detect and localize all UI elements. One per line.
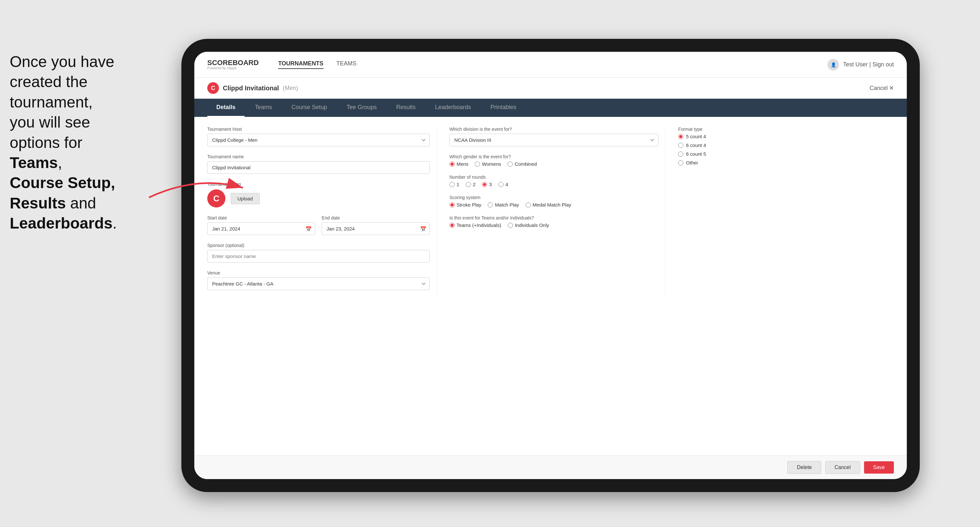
rounds-1[interactable]: 1 <box>450 182 459 187</box>
format-5count4-radio[interactable] <box>678 134 683 139</box>
gender-mens[interactable]: Mens <box>450 161 469 167</box>
main-content: Tournament Host Clippd College - Men Tou… <box>194 117 907 456</box>
tablet-screen: SCOREBOARD Powered by clippd TOURNAMENTS… <box>194 52 907 479</box>
individuals-only-radio[interactable] <box>508 223 513 228</box>
tab-leaderboards[interactable]: Leaderboards <box>426 99 480 117</box>
instructional-text: Once you have created the tournament, yo… <box>0 45 162 240</box>
tournament-host-label: Tournament Host <box>207 127 430 132</box>
format-6count5-label: 6 count 5 <box>686 151 706 157</box>
scoring-medal[interactable]: Medal Match Play <box>526 202 571 208</box>
gender-group: Which gender is the event for? Mens Wome… <box>450 154 659 167</box>
avatar: 👤 <box>827 59 839 71</box>
rounds-label: Number of rounds <box>450 175 659 179</box>
teams-individuals[interactable]: Teams (+Individuals) <box>450 222 501 228</box>
rounds-1-radio[interactable] <box>450 182 455 187</box>
venue-group: Venue Peachtree GC - Atlanta - GA <box>207 270 430 290</box>
gender-mens-radio[interactable] <box>450 162 455 167</box>
team-individual-label: Is this event for Teams and/or Individua… <box>450 215 659 221</box>
top-bar: SCOREBOARD Powered by clippd TOURNAMENTS… <box>194 52 907 78</box>
gender-womens[interactable]: Womens <box>475 161 501 167</box>
rounds-group: Number of rounds 1 2 <box>450 175 659 187</box>
venue-select[interactable]: Peachtree GC - Atlanta - GA <box>207 278 430 290</box>
rounds-4-radio[interactable] <box>498 182 504 187</box>
logo-sub: Powered by clippd <box>207 67 259 70</box>
division-select[interactable]: NCAA Division III <box>450 134 659 146</box>
bold-course-setup: Course Setup, <box>10 174 115 191</box>
cancel-x-icon: ✕ <box>889 84 894 92</box>
save-button[interactable]: Save <box>864 461 894 474</box>
individuals-only[interactable]: Individuals Only <box>508 222 549 228</box>
nav-links: TOURNAMENTS TEAMS <box>278 60 356 69</box>
tab-teams[interactable]: Teams <box>246 99 281 117</box>
tab-course-setup[interactable]: Course Setup <box>282 99 336 117</box>
tab-details[interactable]: Details <box>207 99 245 117</box>
tournament-host-group: Tournament Host Clippd College - Men <box>207 127 430 146</box>
scoring-stroke[interactable]: Stroke Play <box>450 202 482 208</box>
scoring-group: Scoring system Stroke Play Match Play <box>450 195 659 208</box>
bottom-bar: Delete Cancel Save <box>194 456 907 479</box>
rounds-4-label: 4 <box>506 182 508 187</box>
format-other[interactable]: Other <box>678 160 894 165</box>
cancel-label: Cancel <box>870 85 888 92</box>
scoring-match-radio[interactable] <box>488 202 493 208</box>
tab-tee-groups[interactable]: Tee Groups <box>337 99 386 117</box>
rounds-2-label: 2 <box>473 182 476 187</box>
team-individual-group: Is this event for Teams and/or Individua… <box>450 215 659 228</box>
scoring-medal-radio[interactable] <box>526 202 531 208</box>
format-6count4-radio[interactable] <box>678 143 683 148</box>
end-date-input[interactable] <box>321 222 430 235</box>
end-date-calendar-icon: 📅 <box>420 225 426 232</box>
sponsor-input[interactable] <box>207 250 430 262</box>
end-date-group: End date 📅 <box>321 215 430 235</box>
cancel-form-button[interactable]: Cancel <box>825 461 860 474</box>
gender-combined[interactable]: Combined <box>508 161 537 167</box>
rounds-4[interactable]: 4 <box>498 182 508 187</box>
tournament-name-label: Tournament name <box>207 154 430 159</box>
rounds-3[interactable]: 3 <box>482 182 492 187</box>
sponsor-label: Sponsor (optional) <box>207 243 430 248</box>
format-5count4[interactable]: 5 count 4 <box>678 134 894 139</box>
gender-combined-radio[interactable] <box>508 162 513 167</box>
rounds-3-label: 3 <box>489 182 492 187</box>
tablet-frame: SCOREBOARD Powered by clippd TOURNAMENTS… <box>181 39 920 492</box>
tournament-host-select[interactable]: Clippd College - Men <box>207 134 430 146</box>
gender-womens-radio[interactable] <box>475 162 480 167</box>
division-group: Which division is the event for? NCAA Di… <box>450 127 659 146</box>
nav-teams[interactable]: TEAMS <box>336 60 356 69</box>
bold-leaderboards: Leaderboards <box>10 214 112 232</box>
division-label: Which division is the event for? <box>450 127 659 132</box>
format-6count4[interactable]: 6 count 4 <box>678 143 894 148</box>
arrow-pointer <box>139 168 253 207</box>
gender-mens-label: Mens <box>457 161 469 167</box>
team-individual-radio-group: Teams (+Individuals) Individuals Only <box>450 222 659 228</box>
scoring-radio-group: Stroke Play Match Play Medal Match Play <box>450 202 659 208</box>
format-6count5[interactable]: 6 count 5 <box>678 151 894 157</box>
tournament-logo-icon: C <box>207 82 219 94</box>
scoring-stroke-label: Stroke Play <box>457 202 482 208</box>
tab-printables[interactable]: Printables <box>481 99 525 117</box>
end-date-label: End date <box>321 215 430 221</box>
tournament-title: C Clippd Invitational (Men) <box>207 82 298 94</box>
start-date-input[interactable] <box>207 222 315 235</box>
dates-group: Start date 📅 End date 📅 <box>207 215 430 235</box>
rounds-3-radio[interactable] <box>482 182 487 187</box>
rounds-2-radio[interactable] <box>466 182 471 187</box>
scoring-match-label: Match Play <box>495 202 519 208</box>
gender-radio-group: Mens Womens Combined <box>450 161 659 167</box>
format-6count5-radio[interactable] <box>678 151 683 157</box>
format-6count4-label: 6 count 4 <box>686 143 706 148</box>
cancel-button[interactable]: Cancel ✕ <box>870 84 894 92</box>
tab-results[interactable]: Results <box>387 99 425 117</box>
rounds-2[interactable]: 2 <box>466 182 476 187</box>
scoring-stroke-radio[interactable] <box>450 202 455 208</box>
scoring-match[interactable]: Match Play <box>488 202 519 208</box>
delete-button[interactable]: Delete <box>787 461 821 474</box>
logo-text: SCOREBOARD <box>207 59 259 67</box>
teams-individuals-radio[interactable] <box>450 223 455 228</box>
bold-teams: Teams <box>10 154 58 171</box>
tournament-name: Clippd Invitational <box>223 84 279 92</box>
user-signout[interactable]: Test User | Sign out <box>843 61 894 68</box>
nav-tournaments[interactable]: TOURNAMENTS <box>278 60 323 69</box>
format-other-radio[interactable] <box>678 160 683 165</box>
format-type-group: Format type 5 count 4 6 count 4 6 count … <box>678 127 894 165</box>
